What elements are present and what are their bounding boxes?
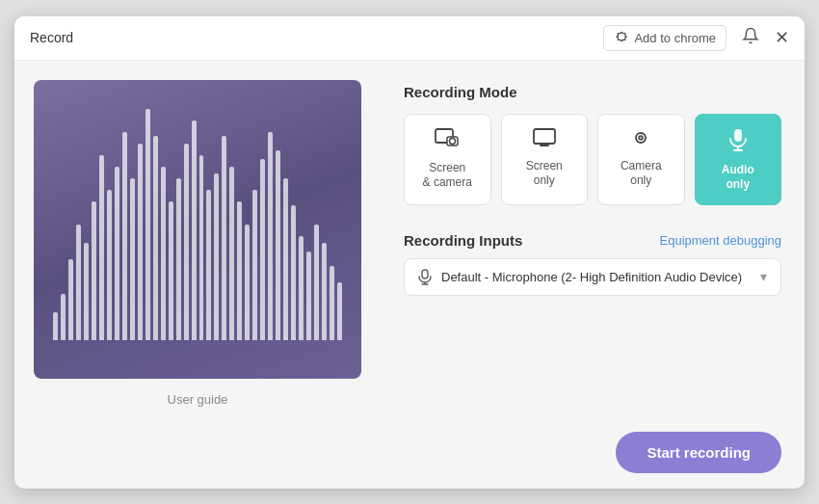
waveform-bar	[130, 178, 135, 340]
user-guide-label: User guide	[168, 392, 228, 407]
waveform-bar	[176, 178, 181, 340]
waveform-bar	[276, 150, 280, 340]
screen-only-icon	[533, 128, 556, 151]
recording-inputs-title: Recording Inputs	[404, 232, 522, 249]
waveform-bar	[222, 136, 226, 339]
waveform-bar	[291, 205, 296, 339]
waveform-bar	[61, 294, 66, 340]
waveform-bar	[237, 201, 242, 340]
mode-audio-only[interactable]: Audioonly	[695, 114, 782, 205]
waveform-bar	[330, 266, 334, 340]
waveform-bar	[153, 136, 158, 339]
waveform-bar	[115, 167, 119, 340]
equipment-debugging-link[interactable]: Equipment debugging	[660, 233, 782, 248]
waveform-bar	[145, 109, 150, 340]
waveform-bar	[169, 201, 173, 340]
waveform-bar	[68, 259, 73, 340]
mode-camera-only[interactable]: Cameraonly	[597, 114, 685, 205]
waveform-bar	[84, 243, 89, 340]
svg-rect-3	[534, 129, 555, 144]
add-to-chrome-button[interactable]: Add to chrome	[603, 25, 727, 51]
app-window: Record Add to chrome ✕ User guide	[14, 16, 805, 489]
chevron-down-icon: ▾	[760, 269, 767, 284]
main-content: User guide Recording Mode Screen& camera	[14, 61, 805, 420]
waveform-bar	[314, 225, 319, 340]
waveform-bar	[192, 120, 197, 340]
waveform-bars	[53, 109, 342, 340]
right-panel: Recording Mode Screen& camera	[381, 61, 805, 420]
waveform-bar	[107, 190, 112, 340]
waveform-bar	[122, 132, 127, 340]
close-button[interactable]: ✕	[775, 29, 789, 46]
mode-camera-only-label: Cameraonly	[621, 159, 662, 189]
waveform-bar	[260, 159, 265, 339]
puzzle-icon	[614, 31, 628, 45]
camera-only-icon	[629, 128, 652, 151]
svg-rect-9	[734, 129, 742, 142]
mode-screen-camera-label: Screen& camera	[423, 161, 472, 191]
microphone-select[interactable]: Default - Microphone (2- High Definition…	[404, 258, 781, 296]
recording-inputs-header: Recording Inputs Equipment debugging	[404, 232, 781, 249]
waveform-bar	[161, 167, 166, 340]
waveform-bar	[337, 282, 342, 340]
waveform-bar	[299, 236, 304, 340]
mode-audio-only-label: Audioonly	[722, 163, 754, 193]
audio-only-icon	[727, 128, 749, 155]
svg-point-8	[640, 137, 642, 139]
waveform-bar	[306, 252, 311, 339]
mode-screen-only-label: Screenonly	[526, 159, 563, 189]
svg-rect-12	[422, 270, 428, 279]
recording-mode-title: Recording Mode	[404, 84, 781, 100]
mode-buttons: Screen& camera Screenonly	[404, 114, 781, 205]
waveform-bar	[99, 155, 104, 340]
window-title: Record	[30, 30, 73, 45]
waveform-bar	[76, 225, 81, 340]
footer: Start recording	[14, 420, 805, 489]
left-panel: User guide	[14, 61, 381, 420]
waveform-bar	[229, 167, 234, 340]
microphone-label: Default - Microphone (2- High Definition…	[441, 270, 742, 284]
waveform-bar	[245, 225, 250, 340]
titlebar-actions: Add to chrome ✕	[603, 23, 789, 52]
add-to-chrome-label: Add to chrome	[634, 31, 716, 45]
notification-icon[interactable]	[738, 23, 763, 52]
mode-screen-camera[interactable]: Screen& camera	[404, 114, 491, 205]
waveform-bar	[53, 312, 58, 340]
waveform-bar	[283, 178, 288, 340]
waveform-bar	[206, 190, 211, 340]
waveform-bar	[252, 190, 257, 340]
waveform-preview	[34, 80, 361, 379]
titlebar: Record Add to chrome ✕	[14, 16, 805, 61]
start-recording-button[interactable]: Start recording	[616, 432, 781, 473]
microphone-option: Default - Microphone (2- High Definition…	[418, 269, 742, 285]
waveform-bar	[268, 132, 273, 340]
waveform-bar	[92, 201, 96, 340]
waveform-bar	[184, 144, 189, 340]
waveform-bar	[138, 144, 143, 340]
waveform-bar	[214, 173, 219, 340]
mode-screen-only[interactable]: Screenonly	[501, 114, 589, 205]
waveform-bar	[322, 243, 327, 340]
mic-select-icon	[418, 269, 432, 285]
screen-camera-icon	[435, 128, 460, 153]
waveform-bar	[199, 155, 204, 340]
